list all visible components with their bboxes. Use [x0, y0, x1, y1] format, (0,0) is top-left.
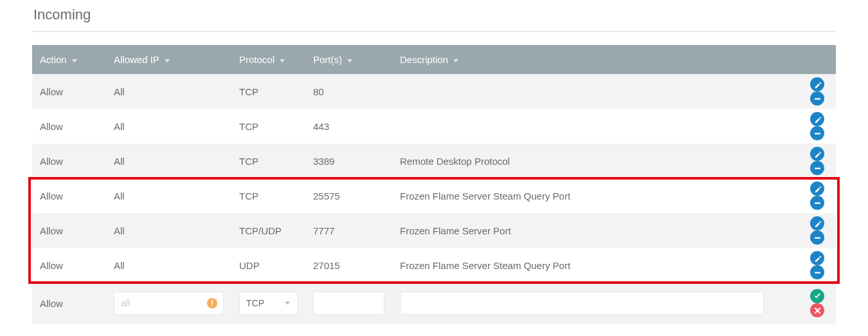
cell-allowed-ip: All [106, 109, 231, 144]
cell-action: Allow [32, 74, 106, 109]
edit-button[interactable] [810, 77, 824, 91]
section-title: Incoming [32, 0, 836, 32]
cell-action: Allow [32, 213, 106, 248]
table-row: Allow All UDP 27015 Frozen Flame Server … [32, 248, 836, 283]
confirm-button[interactable] [810, 289, 824, 303]
chevron-down-icon [453, 59, 458, 62]
cell-tools [772, 74, 836, 109]
table-header-row: Action Allowed IP Protocol Port(s) [32, 45, 836, 74]
cell-protocol: TCP [231, 74, 305, 109]
chevron-down-icon [72, 59, 77, 62]
edit-icon [814, 220, 821, 227]
ports-input[interactable] [313, 292, 384, 315]
minus-icon [814, 95, 821, 102]
cell-description [392, 74, 772, 109]
col-header-tools [772, 45, 836, 74]
cell-action: Allow [32, 178, 106, 213]
cell-protocol: UDP [231, 248, 305, 283]
times-icon [814, 307, 821, 314]
firewall-table: Action Allowed IP Protocol Port(s) [32, 45, 836, 324]
edit-button[interactable] [810, 147, 824, 161]
minus-icon [814, 165, 821, 172]
edit-icon [814, 255, 821, 262]
col-header-allowed-ip[interactable]: Allowed IP [106, 45, 231, 74]
cell-ports: 7777 [305, 213, 392, 248]
edit-button[interactable] [810, 112, 824, 126]
table-row: Allow All TCP 25575 Frozen Flame Server … [32, 178, 836, 213]
cell-allowed-ip: All [106, 144, 231, 178]
edit-icon [814, 151, 821, 158]
col-header-protocol-label: Protocol [239, 54, 275, 65]
cell-allowed-ip: All [106, 213, 231, 248]
cell-description: Frozen Flame Server Steam Query Port [392, 178, 772, 213]
edit-icon [814, 116, 821, 123]
minus-icon [814, 234, 821, 241]
edit-icon [814, 185, 821, 192]
cell-allowed-ip: All [106, 178, 231, 213]
col-header-ports-label: Port(s) [313, 54, 342, 65]
warning-icon: ! [207, 298, 217, 308]
cell-ports: 443 [305, 109, 392, 144]
cell-tools [772, 144, 836, 178]
remove-button[interactable] [810, 161, 824, 175]
cell-tools [772, 213, 836, 248]
chevron-down-icon [165, 59, 170, 62]
col-header-allowed-ip-label: Allowed IP [114, 54, 159, 65]
cell-protocol: TCP/UDP [231, 213, 305, 248]
cell-tools [772, 109, 836, 144]
cancel-button[interactable] [810, 303, 824, 317]
col-header-ports[interactable]: Port(s) [305, 45, 392, 74]
cell-ports: 80 [305, 74, 392, 109]
cell-tools [772, 248, 836, 283]
firewall-table-wrap: Action Allowed IP Protocol Port(s) [32, 45, 836, 324]
chevron-down-icon [280, 59, 285, 62]
minus-icon [814, 200, 821, 207]
col-header-action-label: Action [40, 54, 67, 65]
minus-icon [814, 269, 821, 276]
cell-allowed-ip: All [106, 248, 231, 283]
add-row-action-label: Allow [32, 283, 106, 324]
table-row: Allow All TCP 80 [32, 74, 836, 109]
description-input[interactable] [400, 292, 764, 315]
cell-description [392, 109, 772, 144]
cell-action: Allow [32, 248, 106, 283]
remove-button[interactable] [810, 91, 824, 106]
cell-tools [772, 178, 836, 213]
cell-description: Frozen Flame Server Steam Query Port [392, 248, 772, 283]
cell-description: Frozen Flame Server Port [392, 213, 772, 248]
cell-protocol: TCP [231, 178, 305, 213]
cell-ports: 3389 [305, 144, 392, 178]
table-row: Allow All TCP 443 [32, 109, 836, 144]
cell-allowed-ip: All [106, 74, 231, 109]
cell-ports: 27015 [305, 248, 392, 283]
edit-icon [814, 81, 821, 88]
col-header-description-label: Description [400, 54, 448, 65]
cell-ports: 25575 [305, 178, 392, 213]
check-icon [814, 293, 821, 300]
cell-description: Remote Desktop Protocol [392, 144, 772, 178]
protocol-select[interactable]: TCP [239, 292, 298, 315]
remove-button[interactable] [810, 196, 824, 210]
edit-button[interactable] [810, 182, 824, 196]
remove-button[interactable] [810, 230, 824, 245]
cell-action: Allow [32, 144, 106, 178]
cell-protocol: TCP [231, 144, 305, 178]
cell-protocol: TCP [231, 109, 305, 144]
cell-action: Allow [32, 109, 106, 144]
remove-button[interactable] [810, 126, 824, 140]
chevron-down-icon [347, 59, 352, 62]
col-header-description[interactable]: Description [392, 45, 772, 74]
edit-button[interactable] [810, 216, 824, 230]
remove-button[interactable] [810, 265, 824, 279]
edit-button[interactable] [810, 251, 824, 265]
col-header-protocol[interactable]: Protocol [231, 45, 305, 74]
col-header-action[interactable]: Action [32, 45, 106, 74]
table-row: Allow All TCP/UDP 7777 Frozen Flame Serv… [32, 213, 836, 248]
minus-icon [814, 130, 821, 137]
table-row: Allow All TCP 3389 Remote Desktop Protoc… [32, 144, 836, 178]
add-rule-row: Allow ! TCP [32, 283, 836, 324]
